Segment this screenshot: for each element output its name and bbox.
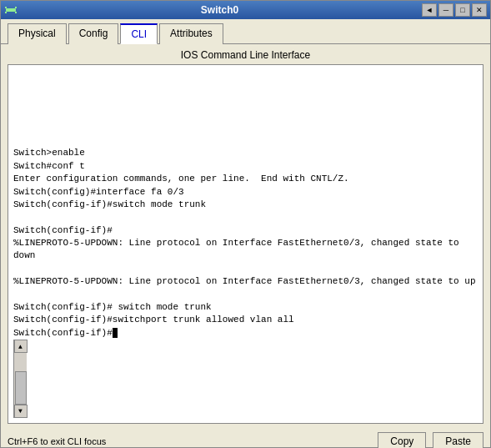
terminal-container[interactable]: Switch>enable Switch#conf t Enter config… [8,64,483,424]
bottom-bar: Ctrl+F6 to exit CLI focus Copy Paste [1,429,490,448]
tab-bar: Physical Config CLI Attributes [1,19,490,44]
window-title: Switch0 [18,4,422,16]
minimize-button[interactable]: ─ [438,3,453,17]
svg-rect-4 [15,12,17,13]
terminal-output[interactable]: Switch>enable Switch#conf t Enter config… [13,70,478,340]
tab-config[interactable]: Config [68,23,119,44]
svg-rect-1 [5,7,7,8]
copy-button[interactable]: Copy [378,432,426,448]
main-window: Switch0 ◄ ─ □ ✕ Physical Config CLI Attr… [0,0,491,448]
cli-hint: Ctrl+F6 to exit CLI focus [8,436,371,446]
scrollbar[interactable]: ▲ ▼ [13,340,27,418]
window-controls: ◄ ─ □ ✕ [422,3,487,17]
window-icon [4,3,18,17]
terminal-output[interactable]: Switch>enable Switch#conf t Enter config… [8,65,483,423]
svg-rect-0 [6,8,16,12]
scrollbar-track[interactable] [14,353,27,405]
content-area: IOS Command Line Interface Switch>enable… [1,44,490,429]
paste-button[interactable]: Paste [433,432,483,448]
scroll-down-button[interactable]: ▼ [14,405,28,418]
title-bar: Switch0 ◄ ─ □ ✕ [1,1,490,19]
tab-attributes[interactable]: Attributes [159,23,223,44]
tab-physical[interactable]: Physical [8,23,67,44]
back-button[interactable]: ◄ [422,3,437,17]
svg-rect-3 [5,12,7,13]
tab-cli[interactable]: CLI [120,23,158,44]
close-button[interactable]: ✕ [472,3,487,17]
scrollbar-thumb[interactable] [15,371,27,405]
scroll-up-button[interactable]: ▲ [14,340,28,353]
svg-rect-2 [15,7,17,8]
maximize-button[interactable]: □ [455,3,470,17]
section-title: IOS Command Line Interface [8,49,483,61]
